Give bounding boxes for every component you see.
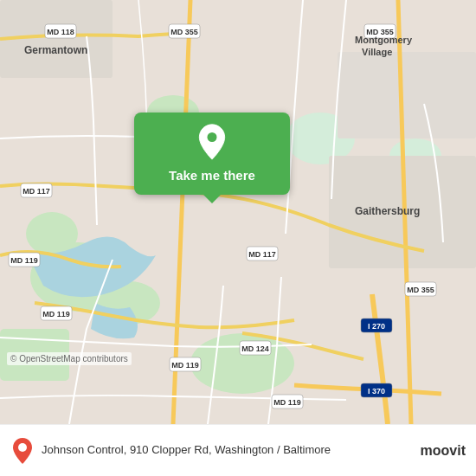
svg-text:Gaithersburg: Gaithersburg [355, 205, 420, 217]
map-attribution: © OpenStreetMap contributors [7, 352, 132, 365]
location-address: Johnson Control, 910 Clopper Rd, Washing… [42, 443, 414, 458]
svg-point-2 [26, 212, 78, 255]
svg-text:MD 117: MD 117 [248, 250, 276, 259]
svg-text:MD 119: MD 119 [273, 398, 301, 407]
svg-point-45 [18, 443, 27, 452]
svg-text:MD 118: MD 118 [47, 28, 74, 36]
location-pin-icon [195, 123, 229, 161]
svg-text:I 370: I 370 [368, 387, 385, 396]
svg-text:MD 119: MD 119 [171, 361, 199, 370]
svg-text:MD 119: MD 119 [42, 310, 70, 318]
svg-text:MD 124: MD 124 [241, 344, 269, 353]
svg-text:Village: Village [362, 47, 392, 57]
svg-rect-10 [338, 52, 476, 138]
svg-text:MD 119: MD 119 [10, 256, 38, 265]
take-me-there-button[interactable]: Take me there [134, 113, 290, 195]
moovit-pin-icon [10, 437, 35, 465]
take-me-there-label: Take me there [169, 168, 255, 183]
svg-text:MD 355: MD 355 [407, 286, 434, 294]
moovit-logo: moovit [421, 443, 466, 459]
map-container: MD 118 MD 355 MD 355 MD 355 MD 117 MD 11… [0, 0, 476, 424]
svg-text:MD 355: MD 355 [170, 28, 198, 36]
svg-text:MD 117: MD 117 [23, 187, 50, 196]
svg-text:Germantown: Germantown [24, 44, 87, 56]
footer: Johnson Control, 910 Clopper Rd, Washing… [0, 424, 476, 476]
address-label: Johnson Control, 910 Clopper Rd, Washing… [42, 443, 331, 456]
svg-text:Montgomery: Montgomery [355, 35, 413, 45]
svg-point-44 [208, 132, 217, 142]
svg-text:I 270: I 270 [368, 322, 385, 331]
moovit-brand-text: moovit [421, 443, 466, 459]
